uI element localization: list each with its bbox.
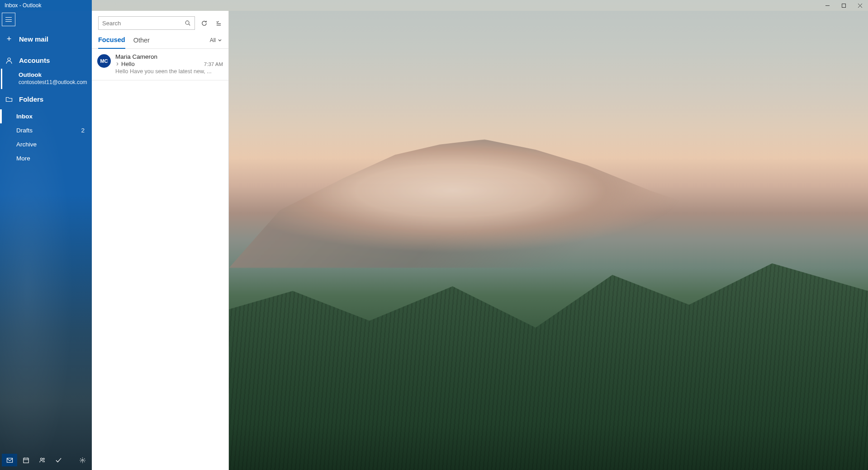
folder-more[interactable]: More [0, 151, 92, 165]
svg-rect-1 [842, 4, 845, 7]
people-app-button[interactable] [34, 454, 50, 466]
mail-app-button[interactable] [2, 454, 17, 466]
mail-icon [6, 457, 13, 464]
sidebar-bottom-bar [0, 450, 92, 470]
svg-point-11 [43, 458, 44, 459]
new-mail-label: New mail [19, 35, 48, 43]
svg-point-12 [81, 459, 83, 461]
main: + New mail Accounts Outlook contosotest1… [0, 11, 868, 470]
plus-icon: + [5, 34, 13, 44]
sync-button[interactable] [199, 18, 209, 28]
maximize-button[interactable] [835, 0, 852, 11]
folder-label: Drafts [16, 127, 33, 134]
message-subject: Hello [115, 61, 135, 67]
avatar: MC [97, 54, 111, 68]
selection-icon [215, 20, 222, 27]
accounts-label: Accounts [19, 56, 50, 64]
folder-label: More [16, 155, 30, 162]
check-icon [55, 457, 62, 464]
accounts-header[interactable]: Accounts [0, 50, 92, 69]
settings-button[interactable] [75, 454, 90, 466]
svg-line-14 [189, 24, 190, 25]
svg-point-4 [8, 58, 10, 61]
minimize-button[interactable] [819, 0, 835, 11]
message-preview: Hello Have you seen the latest new, ... [115, 68, 223, 75]
account-item[interactable]: Outlook contosotest11@outlook.com [1, 69, 92, 89]
titlebar: Inbox - Outlook [0, 0, 868, 11]
reading-pane [229, 11, 868, 470]
background-mountain [229, 139, 868, 268]
gear-icon [79, 457, 86, 464]
svg-point-10 [40, 458, 42, 460]
svg-rect-5 [7, 458, 12, 462]
refresh-icon [201, 20, 208, 27]
message-time: 7:37 AM [204, 61, 223, 67]
folder-archive[interactable]: Archive [0, 137, 92, 151]
person-icon [5, 57, 13, 64]
tab-other[interactable]: Other [133, 37, 150, 48]
window-controls [819, 0, 868, 11]
folder-inbox[interactable]: Inbox [0, 109, 92, 123]
window-title: Inbox - Outlook [0, 0, 92, 11]
chevron-right-icon [115, 62, 119, 66]
account-name: Outlook [19, 71, 86, 78]
folder-list: Inbox Drafts 2 Archive More [0, 109, 92, 165]
new-mail-button[interactable]: + New mail [0, 30, 92, 50]
sidebar: + New mail Accounts Outlook contosotest1… [0, 11, 92, 470]
folder-icon [5, 96, 13, 103]
folder-count: 2 [81, 127, 85, 134]
message-body: Maria Cameron Hello 7:37 AM Hello Have y… [115, 53, 223, 75]
folder-drafts[interactable]: Drafts 2 [0, 123, 92, 137]
tab-focused[interactable]: Focused [98, 36, 125, 49]
todo-app-button[interactable] [51, 454, 66, 466]
close-button[interactable] [852, 0, 868, 11]
select-mode-button[interactable] [213, 18, 224, 28]
calendar-icon [23, 457, 29, 464]
search-icon [185, 20, 191, 26]
people-icon [39, 457, 46, 464]
calendar-app-button[interactable] [18, 454, 33, 466]
message-list-pane: Focused Other All MC Maria Cameron Hel [92, 11, 229, 470]
background-forest [229, 240, 868, 470]
search-input[interactable] [102, 20, 185, 27]
folder-label: Inbox [16, 113, 33, 120]
svg-point-13 [185, 21, 189, 24]
hamburger-button[interactable] [2, 13, 15, 26]
svg-rect-6 [23, 458, 28, 462]
chevron-down-icon [218, 38, 222, 42]
search-box[interactable] [98, 16, 195, 30]
folder-label: Archive [16, 141, 37, 148]
inbox-tabs: Focused Other All [92, 30, 228, 49]
folders-label: Folders [19, 95, 43, 103]
hamburger-icon [5, 17, 12, 22]
message-item[interactable]: MC Maria Cameron Hello 7:37 AM Hello Hav… [92, 49, 228, 80]
message-from: Maria Cameron [115, 53, 223, 60]
filter-label: All [210, 37, 216, 43]
account-email: contosotest11@outlook.com [19, 79, 86, 85]
folders-header[interactable]: Folders [0, 89, 92, 108]
filter-dropdown[interactable]: All [210, 37, 222, 48]
